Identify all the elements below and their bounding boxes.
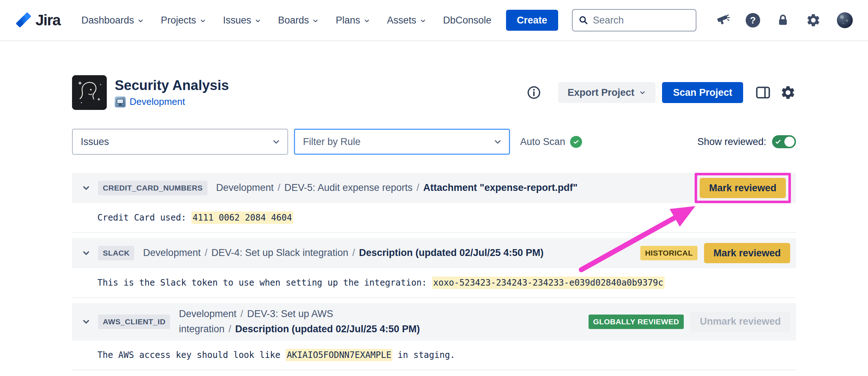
secret-highlight: xoxo-523423-234243-234233-e039d02840a0b9… [432, 277, 665, 289]
jira-app: Jira Dashboards Projects Issues Boards P… [0, 0, 868, 376]
nav-boards[interactable]: Boards [278, 15, 319, 26]
primary-nav: Dashboards Projects Issues Boards Plans … [81, 15, 492, 26]
nav-dbconsole[interactable]: DbConsole [443, 15, 492, 26]
user-avatar[interactable] [837, 12, 853, 28]
rule-filter-select[interactable]: Filter by Rule [294, 129, 510, 155]
finding-header: CREDIT_CARD_NUMBERS Development/DEV-5: A… [72, 173, 796, 203]
project-mini-icon [115, 97, 126, 107]
finding-credit-card-numbers: CREDIT_CARD_NUMBERS Development/DEV-5: A… [72, 173, 796, 233]
chevron-down-icon [312, 17, 319, 24]
scan-project-button[interactable]: Scan Project [662, 82, 743, 103]
project-avatar [72, 75, 107, 110]
collapse-chevron-icon[interactable] [81, 183, 91, 193]
show-reviewed-toggle[interactable] [772, 135, 796, 148]
toggle-knob [784, 137, 795, 147]
chevron-down-icon [254, 17, 261, 24]
rule-badge: AWS_CLIENT_ID [98, 315, 170, 329]
issues-type-select[interactable]: Issues [72, 129, 288, 155]
mark-reviewed-button[interactable]: Mark reviewed [700, 178, 786, 198]
rule-badge: CREDIT_CARD_NUMBERS [98, 181, 207, 195]
finding-snippet: This is the Slack token to use when sett… [72, 268, 796, 298]
unmark-reviewed-button[interactable]: Unmark reviewed [690, 312, 790, 332]
create-button[interactable]: Create [506, 10, 558, 31]
navbar-icon-group: ? [715, 12, 853, 28]
finding-snippet: The AWS access key should look like AKIA… [72, 341, 796, 370]
nav-projects[interactable]: Projects [161, 15, 206, 26]
auto-scan-status: Auto Scan [520, 136, 582, 148]
collapse-chevron-icon[interactable] [81, 248, 91, 258]
info-icon[interactable] [526, 85, 542, 100]
chevron-down-icon [420, 17, 426, 24]
chevron-down-icon [271, 137, 281, 146]
show-reviewed-label: Show reviewed: [697, 136, 766, 148]
finding-header: AWS_CLIENT_ID Development/DEV-3: Set up … [72, 303, 796, 341]
chevron-down-icon [639, 89, 646, 96]
header-actions: Export Project Scan Project [526, 82, 796, 103]
search-input[interactable] [593, 15, 690, 26]
nav-assets[interactable]: Assets [387, 15, 426, 26]
project-link[interactable]: Development [130, 96, 185, 107]
nav-dashboards[interactable]: Dashboards [81, 15, 144, 26]
globally-reviewed-badge: GLOBALLY REVIEWED [589, 315, 684, 329]
export-project-button[interactable]: Export Project [558, 82, 656, 103]
lock-icon[interactable] [776, 13, 790, 27]
chevron-down-icon [199, 17, 206, 24]
finding-actions: Mark reviewed [687, 177, 790, 199]
page-settings-gear-icon[interactable] [780, 85, 796, 101]
rule-badge: SLACK [98, 246, 134, 260]
nav-issues[interactable]: Issues [223, 15, 261, 26]
chevron-down-icon [363, 17, 370, 24]
main-content: Security Analysis Development [72, 75, 796, 370]
mark-reviewed-button[interactable]: Mark reviewed [704, 243, 790, 263]
auto-scan-label: Auto Scan [520, 136, 565, 148]
historical-badge: HISTORICAL [640, 246, 698, 260]
jira-logo[interactable]: Jira [15, 12, 60, 29]
finding-slack-token: SLACK Development/DEV-4: Set up Slack in… [72, 238, 796, 298]
top-navbar: Jira Dashboards Projects Issues Boards P… [0, 0, 868, 41]
breadcrumb: Development/DEV-4: Set up Slack integrat… [143, 245, 543, 261]
megaphone-icon[interactable] [715, 13, 730, 27]
page-header: Security Analysis Development [72, 75, 796, 110]
finding-header: SLACK Development/DEV-4: Set up Slack in… [72, 238, 796, 268]
settings-gear-icon[interactable] [806, 13, 821, 28]
details-panel-icon[interactable] [755, 84, 771, 101]
annotation-highlight-box: Mark reviewed [695, 173, 791, 203]
search-box[interactable] [572, 9, 696, 31]
secret-highlight: 4111 0062 2084 4604 [191, 212, 293, 224]
finding-snippet: Credit Card used: 4111 0062 2084 4604 [72, 203, 796, 233]
nav-plans[interactable]: Plans [336, 15, 370, 26]
search-icon [578, 15, 589, 25]
page-title: Security Analysis [115, 78, 229, 94]
breadcrumb: Development/DEV-5: Audit expense reports… [216, 180, 578, 196]
help-icon[interactable]: ? [746, 13, 760, 27]
title-block: Security Analysis Development [115, 78, 229, 108]
show-reviewed-control: Show reviewed: [697, 135, 796, 148]
jira-wordmark: Jira [35, 12, 60, 29]
finding-actions: GLOBALLY REVIEWED Unmark reviewed [580, 312, 790, 332]
findings-list: CREDIT_CARD_NUMBERS Development/DEV-5: A… [72, 173, 796, 370]
finding-actions: HISTORICAL Mark reviewed [632, 243, 790, 263]
breadcrumb: Development/DEV-3: Set up AWS integratio… [179, 307, 425, 337]
secret-highlight: AKIAIO5FODNN7EXAMPLE [286, 349, 392, 361]
finding-aws-client-id: AWS_CLIENT_ID Development/DEV-3: Set up … [72, 303, 796, 370]
chevron-down-icon [137, 17, 144, 24]
chevron-down-icon [493, 137, 502, 146]
collapse-chevron-icon[interactable] [81, 317, 91, 326]
jira-logo-mark-icon [15, 12, 32, 29]
filter-row: Issues Filter by Rule Auto Scan Show rev… [72, 129, 796, 155]
auto-scan-check-icon [570, 136, 582, 148]
